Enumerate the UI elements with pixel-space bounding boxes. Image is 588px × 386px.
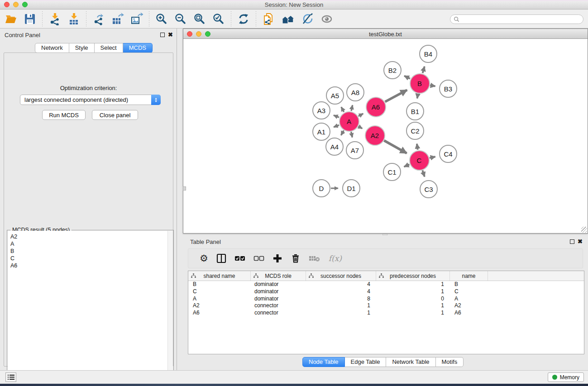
table-cell[interactable]: C [450, 288, 488, 295]
table-cell[interactable]: A6 [450, 310, 488, 317]
graph-node-C1[interactable]: C1 [383, 163, 401, 181]
result-list-item[interactable]: A6 [8, 262, 167, 269]
graph-edge-B-B3[interactable] [430, 85, 435, 86]
graph-edge-A-A5[interactable] [341, 107, 344, 112]
table-cell[interactable]: connector [251, 310, 306, 317]
column-header-name[interactable]: name [450, 271, 488, 281]
graph-edge-B-B1[interactable] [417, 94, 418, 98]
delete-column-button[interactable] [291, 253, 301, 263]
table-row[interactable]: Cdominator41C [188, 288, 584, 295]
table-row[interactable]: Bdominator41B [188, 281, 584, 288]
graph-edge-A-A4[interactable] [341, 130, 344, 135]
zoom-in-button[interactable] [154, 12, 169, 26]
graph-edge-C-C3[interactable] [422, 170, 425, 176]
deselect-all-button[interactable] [253, 253, 264, 263]
graph-node-A1[interactable]: A1 [312, 123, 330, 141]
graph-node-D1[interactable]: D1 [342, 179, 360, 197]
table-cell[interactable]: A [450, 295, 488, 303]
table-row[interactable]: Adominator80A [188, 295, 584, 303]
tab-network-table[interactable]: Network Table [386, 357, 435, 367]
table-cell[interactable]: 1 [306, 310, 376, 317]
split-view-button[interactable] [216, 253, 226, 263]
table-cell[interactable]: dominator [251, 281, 306, 288]
graph-edge-B-B4[interactable] [423, 67, 425, 73]
network-window-title-bar[interactable]: testGlobe.txt [183, 29, 588, 39]
table-close-panel-icon[interactable]: ✖ [578, 238, 583, 245]
delete-table-button[interactable] [309, 254, 320, 263]
graph-node-A[interactable]: A [339, 111, 359, 132]
table-cell[interactable]: 1 [376, 288, 450, 295]
table-cell[interactable]: dominator [251, 295, 306, 303]
zoom-fit-button[interactable] [192, 12, 207, 26]
result-list-item[interactable]: A [8, 240, 167, 248]
table-cell[interactable]: 8 [306, 295, 376, 303]
tab-network[interactable]: Network [35, 43, 69, 53]
graph-edge-A-A7[interactable] [351, 132, 353, 138]
zoom-out-button[interactable] [173, 12, 188, 26]
column-header-shared-name[interactable]: shared name [188, 271, 251, 281]
refresh-button[interactable] [236, 12, 251, 26]
graph-node-A6[interactable]: A6 [366, 97, 386, 117]
graph-node-B3[interactable]: B3 [439, 80, 457, 98]
close-panel-icon[interactable]: ✖ [168, 31, 173, 38]
graph-node-A8[interactable]: A8 [346, 83, 364, 101]
graph-edge-A-A1[interactable] [334, 125, 339, 127]
tab-mcds[interactable]: MCDS [123, 43, 153, 53]
graph-node-B1[interactable]: B1 [406, 102, 424, 120]
graph-edge-A-A3[interactable] [334, 115, 339, 118]
graph-node-A4[interactable]: A4 [325, 138, 344, 156]
table-float-panel-icon[interactable] [570, 239, 574, 244]
memory-button[interactable]: Memory [548, 372, 584, 382]
function-builder-button[interactable]: f(x) [329, 254, 342, 263]
table-cell[interactable]: 0 [376, 295, 450, 303]
show-hide-eye-button[interactable] [319, 12, 335, 26]
open-session-button[interactable] [4, 12, 18, 26]
graph-edge-A2-C[interactable] [384, 141, 406, 153]
graph-edge-A-A2[interactable] [359, 126, 363, 129]
float-panel-icon[interactable] [160, 33, 165, 37]
table-cell[interactable]: A2 [450, 302, 488, 310]
graph-edge-B-B2[interactable] [404, 76, 410, 79]
toggle-graphics-details-button[interactable] [300, 12, 315, 26]
criterion-dropdown[interactable]: largest connected component (directed) ▲… [20, 95, 161, 105]
graph-node-B4[interactable]: B4 [419, 45, 437, 63]
tab-edge-table[interactable]: Edge Table [345, 357, 387, 367]
tab-style[interactable]: Style [69, 43, 95, 53]
graph-node-B2[interactable]: B2 [383, 61, 402, 79]
graph-node-B[interactable]: B [410, 73, 430, 94]
search-field[interactable] [450, 14, 583, 24]
table-cell[interactable]: 1 [376, 281, 450, 288]
table-cell[interactable]: dominator [251, 288, 306, 295]
column-header-mcds-role[interactable]: MCDS role [251, 271, 306, 281]
result-scrollbar[interactable] [167, 231, 173, 386]
tab-select[interactable]: Select [95, 43, 123, 53]
import-network-button[interactable] [48, 12, 62, 26]
table-row[interactable]: A2connector11A2 [188, 302, 584, 310]
graph-node-A3[interactable]: A3 [312, 101, 330, 119]
run-mcds-button[interactable]: Run MCDS [42, 110, 86, 120]
graph-node-C2[interactable]: C2 [406, 122, 424, 140]
column-header-predecessor-nodes[interactable]: predecessor nodes [376, 271, 450, 281]
table-cell[interactable]: 4 [306, 281, 376, 288]
graph-node-C4[interactable]: C4 [439, 145, 457, 163]
zoom-selected-button[interactable] [211, 12, 226, 26]
graph-edge-C-C4[interactable] [430, 157, 435, 158]
tab-node-table[interactable]: Node Table [302, 357, 345, 367]
graph-node-A2[interactable]: A2 [365, 125, 385, 146]
table-settings-button[interactable]: ⚙ [200, 254, 208, 263]
graph-edge-C-C1[interactable] [404, 164, 410, 167]
table-cell[interactable]: B [450, 281, 488, 288]
table-cell[interactable]: B [188, 281, 251, 288]
result-list-item[interactable]: C [8, 255, 167, 262]
column-header-successor-nodes[interactable]: successor nodes [306, 271, 376, 281]
clone-network-button[interactable] [261, 12, 276, 26]
save-session-button[interactable] [23, 12, 37, 26]
graph-node-D[interactable]: D [312, 179, 330, 197]
graph-edge-A-A8[interactable] [351, 105, 353, 111]
table-cell[interactable]: 4 [306, 288, 376, 295]
graph-edge-C-C2[interactable] [417, 144, 418, 150]
graph-edge-A6-B[interactable] [385, 90, 407, 102]
add-column-button[interactable] [272, 253, 282, 263]
home-button[interactable] [280, 12, 296, 26]
window-resize-grip[interactable] [581, 227, 587, 233]
